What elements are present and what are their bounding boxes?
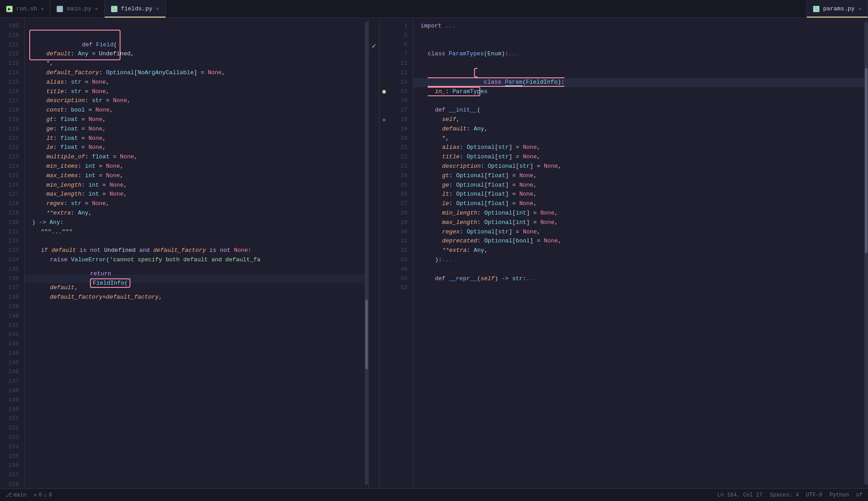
code-line-129: **extra: Any, bbox=[25, 209, 365, 218]
tab-params-py[interactable]: 🐍 params.py ✕ bbox=[806, 0, 868, 18]
status-lang-label: Python bbox=[829, 492, 849, 498]
r-code-line-49 bbox=[413, 265, 864, 274]
r-code-line-20: *, bbox=[413, 134, 864, 143]
r-code-line-21: alias: Optional[str] = None, bbox=[413, 143, 864, 152]
r-code-line-7: class ParamTypes(Enum):... bbox=[413, 49, 864, 59]
code-line-120: ge: float = None, bbox=[25, 125, 365, 134]
r-code-line-32: **extra: Any, bbox=[413, 246, 864, 255]
r-code-line-27: le: Optional[float] = None, bbox=[413, 199, 864, 209]
tab-run-sh[interactable]: ▶ run.sh ✕ bbox=[0, 0, 50, 18]
tab-fields-py-close[interactable]: ✕ bbox=[156, 6, 159, 12]
right-editor-pane: ⊙ 1 5 6 7 12 13 14 15 16 17 18 19 20 bbox=[380, 18, 868, 488]
r-code-line-22: title: Optional[str] = None, bbox=[413, 152, 864, 162]
left-code-content[interactable]: def Field( default: Any = Undefined, *, … bbox=[25, 18, 365, 488]
code-line-127: max_length: int = None, bbox=[25, 190, 365, 199]
r-code-line-31: deprecated: Optional[bool] = None, bbox=[413, 237, 864, 246]
code-line-166: default_factory=default_factory, bbox=[25, 293, 365, 302]
left-editor-pane: 109 110 111 112 113 114 115 116 117 118 … bbox=[0, 18, 369, 488]
status-errors: ✕ 0 ⚠ 0 bbox=[34, 492, 52, 498]
status-branch-label: main bbox=[13, 492, 27, 498]
code-line-119: gt: float = None, bbox=[25, 115, 365, 125]
run-sh-icon: ▶ bbox=[6, 6, 13, 12]
r-code-line-14: class Param(FieldInfo): bbox=[413, 78, 864, 87]
fold-marker-17: ⊙ bbox=[380, 115, 389, 125]
status-warning-count: 0 bbox=[49, 492, 52, 498]
tab-fields-py[interactable]: 🐍 fields.py ✕ bbox=[105, 0, 166, 18]
code-line-116: title: str = None, bbox=[25, 87, 365, 97]
code-line-133: if default is not Undefined and default_… bbox=[25, 246, 365, 255]
r-code-line-30: regex: Optional[str] = None, bbox=[413, 228, 864, 237]
r-code-line-18: self, bbox=[413, 115, 864, 125]
code-line-115: alias: str = None, bbox=[25, 78, 365, 87]
status-of-label: of bbox=[856, 492, 863, 498]
r-code-line-25: ge: Optional[float] = None, bbox=[413, 181, 864, 190]
code-line-130: ) -> Any: bbox=[25, 218, 365, 228]
r-code-line-1: import ... bbox=[413, 22, 864, 31]
code-line-165: default, bbox=[25, 283, 365, 293]
pane-divider: ✓ bbox=[369, 18, 380, 488]
code-line-123: multiple_of: float = None, bbox=[25, 152, 365, 162]
code-line-113: *, bbox=[25, 59, 365, 68]
r-code-line-23: description: Optional[str] = None, bbox=[413, 162, 864, 171]
tab-run-sh-label: run.sh bbox=[16, 5, 37, 12]
r-code-line-15: in_: ParamTypes bbox=[413, 87, 864, 97]
left-scrollbar-thumb bbox=[365, 300, 368, 369]
code-line-124: min_items: int = None, bbox=[25, 162, 365, 171]
right-scrollbar[interactable] bbox=[864, 22, 868, 485]
code-line-117: description: str = None, bbox=[25, 96, 365, 106]
r-code-line-52 bbox=[413, 283, 864, 293]
status-encoding-label: UTF-8 bbox=[806, 492, 822, 498]
tab-params-py-close[interactable]: ✕ bbox=[858, 6, 861, 12]
tab-bar: ▶ run.sh ✕ 🐍 main.py ✕ 🐍 fields.py ✕ 🐍 p… bbox=[0, 0, 868, 18]
editor-container: ▶ run.sh ✕ 🐍 main.py ✕ 🐍 fields.py ✕ 🐍 p… bbox=[0, 0, 868, 501]
tab-run-sh-close[interactable]: ✕ bbox=[41, 6, 44, 12]
fields-py-icon: 🐍 bbox=[111, 6, 117, 12]
right-code-area[interactable]: ⊙ 1 5 6 7 12 13 14 15 16 17 18 19 20 bbox=[380, 18, 868, 488]
code-line-164: return FieldInfo( bbox=[25, 274, 365, 284]
code-line-128: regex: str = None, bbox=[25, 199, 365, 209]
status-bar: ⎇ main ✕ 0 ⚠ 0 Ln 164, Col 17 Spaces: 4 … bbox=[0, 488, 868, 501]
right-code-content[interactable]: import ... class ParamTypes(Enum):... bbox=[413, 18, 864, 488]
r-code-line-6 bbox=[413, 40, 864, 50]
r-code-line-50: def __repr__(self) -> str:... bbox=[413, 274, 864, 284]
left-code-area[interactable]: 109 110 111 112 113 114 115 116 117 118 … bbox=[0, 18, 368, 488]
code-line-131: """...""" bbox=[25, 228, 365, 237]
tab-main-py[interactable]: 🐍 main.py ✕ bbox=[50, 0, 104, 18]
right-gutter: ⊙ bbox=[380, 18, 389, 488]
status-branch: ⎇ main bbox=[5, 492, 27, 498]
r-code-line-24: gt: Optional[float] = None, bbox=[413, 171, 864, 181]
r-code-line-33: ):... bbox=[413, 255, 864, 265]
r-code-line-29: max_length: Optional[int] = None, bbox=[413, 218, 864, 228]
code-line-126: min_length: int = None, bbox=[25, 181, 365, 190]
status-spaces-label: Spaces: 4 bbox=[770, 492, 799, 498]
editors-row: 109 110 111 112 113 114 115 116 117 118 … bbox=[0, 18, 868, 488]
status-lang: Python bbox=[829, 492, 849, 498]
status-of: of bbox=[856, 492, 863, 498]
error-icon: ✕ bbox=[34, 492, 37, 498]
status-error-count: 0 bbox=[39, 492, 42, 498]
right-scrollbar-thumb bbox=[865, 68, 868, 253]
r-code-line-28: min_length: Optional[int] = None, bbox=[413, 209, 864, 218]
warning-icon: ⚠ bbox=[44, 492, 47, 498]
tab-main-py-label: main.py bbox=[67, 5, 91, 12]
code-line-125: max_items: int = None, bbox=[25, 171, 365, 181]
tab-fields-py-label: fields.py bbox=[121, 5, 152, 12]
code-line-132 bbox=[25, 237, 365, 246]
status-encoding: UTF-8 bbox=[806, 492, 822, 498]
status-line-col-label: Ln 164, Col 17 bbox=[717, 492, 763, 498]
status-spaces: Spaces: 4 bbox=[770, 492, 799, 498]
code-line-121: lt: float = None, bbox=[25, 134, 365, 143]
tab-params-py-label: params.py bbox=[823, 5, 855, 12]
right-line-numbers: 1 5 6 7 12 13 14 15 16 17 18 19 20 21 22… bbox=[389, 18, 413, 488]
code-line-122: le: float = None, bbox=[25, 143, 365, 152]
left-scrollbar[interactable] bbox=[365, 22, 368, 485]
params-py-icon: 🐍 bbox=[813, 6, 819, 12]
status-line-col: Ln 164, Col 17 bbox=[717, 492, 763, 498]
tab-main-py-close[interactable]: ✕ bbox=[95, 6, 98, 12]
breakpoint-dot-14 bbox=[382, 90, 386, 94]
code-line-112: default: Any = Undefined, bbox=[25, 49, 365, 59]
r-code-line-17: def __init__( bbox=[413, 106, 864, 115]
left-line-numbers: 109 110 111 112 113 114 115 116 117 118 … bbox=[0, 18, 25, 488]
code-line-118: const: bool = None, bbox=[25, 106, 365, 115]
main-py-icon: 🐍 bbox=[57, 6, 63, 12]
